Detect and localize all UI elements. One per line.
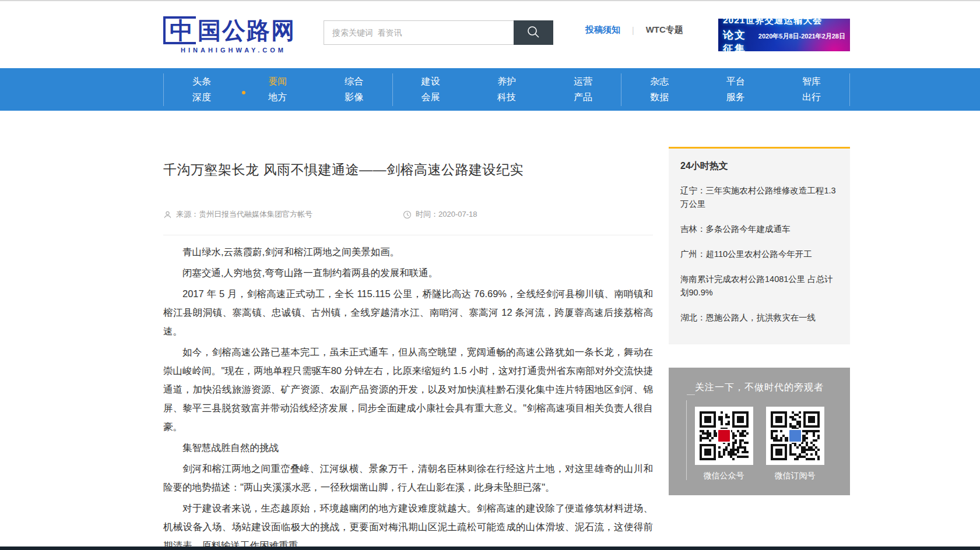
article: 千沟万壑架长龙 风雨不惧建通途——剑榕高速公路建设纪实 来源：贵州日报当代融媒体…	[163, 147, 653, 550]
nav-column-6: 杂志 数据	[621, 73, 697, 106]
nav-item-yingxiang[interactable]: 影像	[316, 92, 392, 103]
site-header: 中国公路网 HINAHIGHWAY.COM 投稿须知 | WTC专题 2021世…	[0, 1, 980, 68]
nav-item-yaowen-active[interactable]: 要闻	[240, 76, 316, 87]
wechat-subscription-qr-code	[766, 407, 824, 465]
hot-article-link[interactable]: 海南累计完成农村公路14081公里 占总计划90.9%	[680, 273, 838, 299]
logo-text: 中国公路网	[163, 16, 296, 44]
wechat-follow-panel: 关注一下，不做时代的旁观者 微信公众号 微信订阅号	[669, 368, 850, 495]
header-links: 投稿须知 | WTC专题	[585, 24, 683, 36]
nav-item-zazhi[interactable]: 杂志	[621, 76, 697, 87]
qr-center-logo-blue	[788, 429, 802, 443]
nav-item-zhiku[interactable]: 智库	[774, 76, 849, 87]
user-icon	[163, 210, 172, 219]
meta-divider	[163, 235, 653, 235]
paragraph: 如今，剑榕高速公路已基本完工，虽未正式通车，但从高空眺望，宽阔通畅的高速公路犹如…	[163, 343, 653, 436]
nav-item-shuju[interactable]: 数据	[621, 92, 697, 103]
bottom-footer-bar	[0, 547, 980, 550]
main-nav: 头条 深度 要闻 地方 综合 影像 建设 会展 养护 科技 运营 产品	[0, 68, 980, 111]
sidebar: 24小时热文 辽宁：三年实施农村公路维修改造工程1.3万公里 吉林：多条公路今年…	[669, 147, 850, 550]
nav-column-0: 头条 深度	[163, 73, 240, 106]
article-source: 来源：贵州日报当代融媒体集团官方帐号	[163, 209, 312, 220]
paragraph: 青山绿水,云蒸霞蔚,剑河和榕江两地之间美景如画。	[163, 242, 653, 261]
article-title: 千沟万壑架长龙 风雨不惧建通途——剑榕高速公路建设纪实	[163, 161, 653, 179]
hot-article-link[interactable]: 湖北：恩施公路人，抗洪救灾在一线	[680, 311, 838, 325]
qr-center-logo-red	[717, 429, 731, 443]
clock-icon	[403, 210, 412, 219]
banner-dates: 2020年5月8日-2021年2月28日	[758, 32, 845, 41]
nav-column-4: 养护 科技	[469, 73, 545, 106]
search-bar	[324, 20, 553, 45]
nav-column-5: 运营 产品	[545, 73, 621, 106]
paragraph: 剑河和榕江两地之间重峦叠嶂、江河纵横、景象万千，清朝名臣林则徐在行经这片土地，对…	[163, 459, 653, 496]
nav-column-8: 智库 出行	[774, 73, 850, 106]
nav-column-2: 综合 影像	[316, 73, 392, 106]
follow-panel-title: 关注一下，不做时代的旁观者	[669, 382, 850, 394]
nav-item-toutiao[interactable]: 头条	[164, 76, 240, 87]
nav-item-pingtai[interactable]: 平台	[697, 76, 774, 87]
search-input[interactable]	[324, 20, 514, 45]
nav-item-zonghe[interactable]: 综合	[316, 76, 392, 87]
nav-column-7: 平台 服务	[697, 73, 774, 106]
qr-tile-public-account: 微信公众号	[695, 407, 753, 481]
nav-item-jianshe[interactable]: 建设	[393, 76, 469, 87]
nav-item-chanpin[interactable]: 产品	[545, 92, 621, 103]
hot-articles-panel: 24小时热文 辽宁：三年实施农村公路维修改造工程1.3万公里 吉林：多条公路今年…	[669, 147, 850, 344]
nav-item-keji[interactable]: 科技	[469, 92, 545, 103]
article-meta: 来源：贵州日报当代融媒体集团官方帐号 时间：2020-07-18	[163, 209, 653, 220]
nav-item-yunying[interactable]: 运营	[545, 76, 621, 87]
wechat-public-qr-code	[695, 407, 753, 465]
logo-bracket-glyph: 中	[163, 16, 196, 44]
nav-column-3: 建设 会展	[392, 73, 469, 106]
hot-articles-title: 24小时热文	[680, 160, 838, 172]
qr-tile-subscription-account: 微信订阅号	[766, 407, 824, 481]
hot-article-link[interactable]: 吉林：多条公路今年建成通车	[680, 223, 838, 236]
paragraph: 2017 年 5 月，剑榕高速正式动工，全长 115.115 公里，桥隧比高达 …	[163, 284, 653, 340]
search-icon	[526, 24, 541, 41]
nav-item-difang[interactable]: 地方	[240, 92, 316, 103]
banner-line2-label: 论文征集	[723, 28, 755, 52]
nav-item-huizhan[interactable]: 会展	[393, 92, 469, 103]
article-body: 青山绿水,云蒸霞蔚,剑河和榕江两地之间美景如画。 闭塞交通,人穷地贫,弯弯山路一…	[163, 242, 653, 550]
wtc-topic-link[interactable]: WTC专题	[646, 24, 683, 36]
article-time: 时间：2020-07-18	[403, 209, 477, 220]
nav-item-fuwu[interactable]: 服务	[697, 92, 774, 103]
nav-item-shendu[interactable]: 深度	[164, 92, 240, 103]
nav-column-1: 要闻 地方	[240, 73, 316, 106]
hot-article-link[interactable]: 辽宁：三年实施农村公路维修改造工程1.3万公里	[680, 184, 838, 211]
qr-label: 微信订阅号	[775, 471, 816, 481]
paragraph: 集智慧战胜自然的挑战	[163, 438, 653, 457]
submission-notice-link[interactable]: 投稿须知	[585, 24, 620, 36]
nav-item-chuxing[interactable]: 出行	[774, 92, 849, 103]
paragraph: 闭塞交通,人穷地贫,弯弯山路一直制约着两县的发展和联通。	[163, 263, 653, 282]
paragraph: 对于建设者来说，生态越原始，环境越幽闭的地方建设难度就越大。剑榕高速的建设除了便…	[163, 499, 653, 550]
link-separator: |	[632, 26, 634, 35]
qr-label: 微信公众号	[704, 471, 744, 481]
hot-article-link[interactable]: 广州：超110公里农村公路今年开工	[680, 248, 838, 261]
logo-rest: 国公路网	[198, 17, 296, 44]
logo-subtitle: HINAHIGHWAY.COM	[181, 47, 296, 54]
banner-line1: 2021世界交通运输大会	[723, 19, 845, 27]
wtc-conference-banner[interactable]: 2021世界交通运输大会 论文征集 2020年5月8日-2021年2月28日	[718, 19, 850, 51]
search-button[interactable]	[514, 20, 553, 45]
site-logo[interactable]: 中国公路网 HINAHIGHWAY.COM	[163, 16, 296, 54]
corner-decoration-line	[686, 400, 687, 480]
nav-item-yanghu[interactable]: 养护	[469, 76, 545, 87]
